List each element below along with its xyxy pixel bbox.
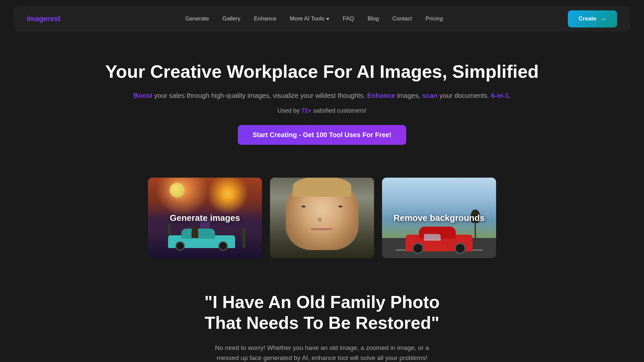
nose: [318, 217, 322, 222]
after-boost-text: your sales through high-quality images, …: [152, 92, 367, 99]
six-in-one-text: 6-in-1: [491, 92, 509, 99]
nav-item-pricing[interactable]: Pricing: [425, 15, 443, 22]
car-roof-teal: [181, 229, 215, 239]
hero-title: Your Creative Workplace For AI Images, S…: [13, 61, 631, 82]
create-button[interactable]: Create →: [568, 10, 617, 27]
card-portrait[interactable]: [270, 178, 374, 258]
customers-text: Used by 72+ satisfied customers!: [13, 107, 631, 114]
hair: [293, 178, 351, 197]
testimonial-title-line1: "I Have An Old Family Photo: [204, 292, 440, 312]
teal-car: [168, 230, 235, 248]
image-grid: Generate images: [0, 178, 644, 258]
card-generate[interactable]: Generate images: [148, 178, 262, 258]
windshield: [424, 234, 441, 241]
customers-suffix: satisfied customers!: [312, 107, 367, 114]
nav-item-generate[interactable]: Generate: [185, 15, 209, 22]
logo[interactable]: imagerest: [27, 14, 60, 23]
period-text: .: [509, 92, 511, 99]
wheel-right-teal: [218, 241, 228, 251]
navbar: imagerest Generate Gallery Enhance More …: [13, 6, 631, 32]
tree-silhouette: [475, 216, 476, 240]
remove-bg-scene: [382, 178, 496, 258]
nav-item-more-ai-tools[interactable]: More AI Tools: [290, 15, 329, 22]
nav-item-faq[interactable]: FAQ: [343, 15, 354, 22]
card-remove-bg[interactable]: Remove backgrounds: [382, 178, 496, 258]
mouth: [311, 228, 333, 230]
arrow-right-icon: →: [600, 15, 606, 23]
chevron-down-icon: [326, 18, 329, 20]
moon-shape: [170, 183, 184, 197]
palm-right: [243, 228, 245, 248]
nav-links: Generate Gallery Enhance More AI Tools F…: [185, 15, 443, 22]
customers-prefix: Used by: [277, 107, 301, 114]
nav-item-contact[interactable]: Contact: [392, 15, 412, 22]
portrait-face: [286, 182, 359, 250]
after-enhance-text: images,: [395, 92, 422, 99]
nav-item-gallery[interactable]: Gallery: [222, 15, 240, 22]
enhance-text: Enhance: [367, 92, 395, 99]
cta-button[interactable]: Start Creating - Get 100 Tool Uses For F…: [238, 125, 406, 145]
red-car-wheel-right: [454, 243, 466, 254]
cta-button-label: Start Creating - Get 100 Tool Uses For F…: [253, 131, 391, 138]
create-button-label: Create: [579, 15, 596, 22]
boost-text: Boost: [133, 92, 153, 99]
after-scan-text: your documents.: [438, 92, 491, 99]
nav-item-blog[interactable]: Blog: [368, 15, 379, 22]
logo-text-main: image: [27, 14, 47, 23]
testimonial-subtitle: No need to worry! Whether you have an ol…: [205, 343, 439, 362]
testimonial-title-line2: That Needs To Be Restored": [205, 313, 439, 333]
testimonial-title: "I Have An Old Family Photo That Needs T…: [13, 292, 631, 334]
hero-section: Your Creative Workplace For AI Images, S…: [0, 38, 644, 178]
customers-count: 72+: [301, 107, 312, 114]
wheel-left-teal: [175, 241, 185, 251]
red-car: [406, 228, 473, 251]
hero-subtitle: Boost your sales through high-quality im…: [13, 90, 631, 101]
testimonial-section: "I Have An Old Family Photo That Needs T…: [0, 278, 644, 362]
nav-item-enhance[interactable]: Enhance: [254, 15, 276, 22]
more-ai-tools-label: More AI Tools: [290, 15, 324, 22]
generate-scene: [148, 178, 262, 258]
logo-text-accent: rest: [47, 14, 60, 23]
person-silhouette: [192, 226, 198, 238]
red-car-wheel-left: [412, 243, 424, 254]
scan-text: scan: [422, 92, 438, 99]
eye-right: [338, 205, 342, 207]
eye-left: [302, 205, 306, 207]
